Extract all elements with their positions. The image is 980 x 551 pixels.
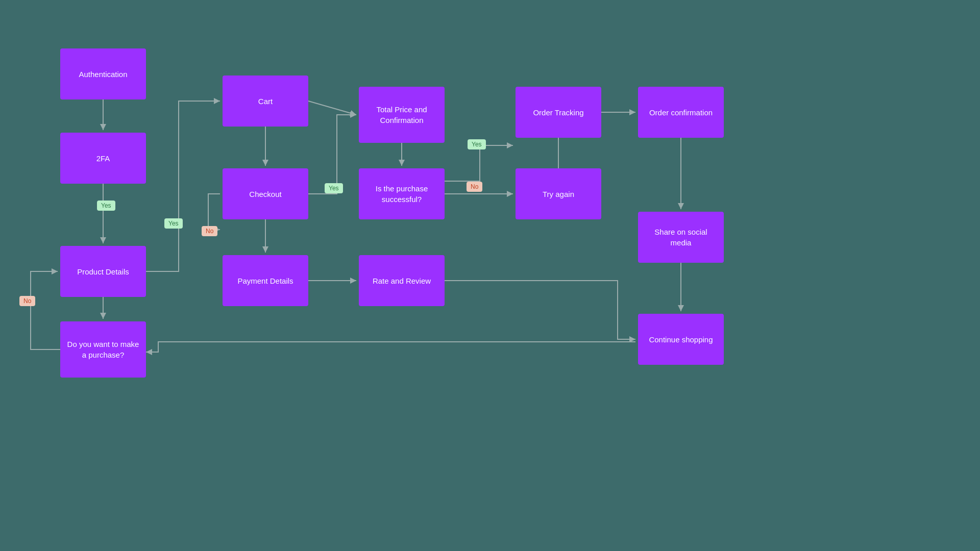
badge-no-2: No — [467, 182, 482, 192]
node-2fa: 2FA — [60, 133, 146, 184]
node-share-on-social: Share on social media — [638, 212, 724, 263]
badge-yes-1: Yes — [97, 201, 115, 211]
node-order-tracking: Order Tracking — [516, 87, 601, 138]
node-is-purchase-successful: Is the purchase successful? — [359, 168, 445, 219]
node-payment-details: Payment Details — [223, 255, 308, 306]
badge-yes-2: Yes — [164, 218, 183, 229]
svg-line-6 — [308, 101, 356, 115]
node-order-confirmation: Order confirmation — [638, 87, 724, 138]
node-rate-and-review: Rate and Review — [359, 255, 445, 306]
node-product-details: Product Details — [60, 246, 146, 297]
node-total-price: Total Price and Confirmation — [359, 87, 445, 143]
node-try-again: Try again — [516, 168, 601, 219]
node-authentication: Authentication — [60, 48, 146, 99]
arrows-svg — [0, 0, 980, 551]
node-continue-shopping: Continue shopping — [638, 314, 724, 365]
flowchart: Authentication 2FA Product Details Do yo… — [0, 0, 980, 551]
badge-yes-4: Yes — [468, 139, 486, 149]
node-cart: Cart — [223, 76, 308, 127]
badge-no-1: No — [202, 226, 217, 236]
badge-yes-3: Yes — [325, 183, 343, 193]
badge-no-3: No — [19, 296, 35, 306]
node-checkout: Checkout — [223, 168, 308, 219]
node-do-you-want: Do you want to make a purchase? — [60, 321, 146, 378]
